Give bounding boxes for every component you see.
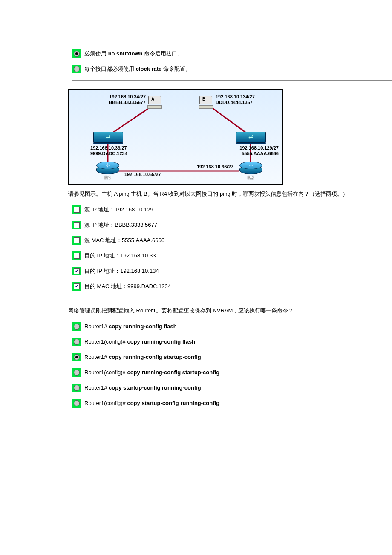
question-text: 请参见图示。主机 A ping 主机 B。当 R4 收到对以太网接口的 ping…	[68, 190, 383, 199]
q3-option[interactable]: 必须使用 no shutdown 命令启用接口。	[72, 49, 383, 58]
radio-icon	[72, 399, 81, 408]
q4-option[interactable]: ✔ 目的 IP 地址：192.168.10.134	[72, 267, 383, 275]
q5-option[interactable]: Router1(config)# copy startup-config run…	[72, 399, 383, 408]
divider	[72, 80, 392, 81]
q5-option[interactable]: Router1(config)# copy running-config sta…	[72, 368, 383, 377]
host-a-icon: A	[147, 96, 162, 108]
q4-option[interactable]: 源 MAC 地址：5555.AAAA.6666	[72, 236, 383, 245]
radio-icon	[72, 322, 81, 331]
q5-option[interactable]: Router1# copy running-config startup-con…	[72, 353, 383, 361]
q5-option[interactable]: Router1(config)# copy running-config fla…	[72, 338, 383, 346]
radio-icon	[72, 338, 81, 346]
checkbox-icon	[72, 236, 81, 245]
router-r5-icon: ✢R5	[239, 162, 262, 179]
option-text: 目的 IP 地址：192.168.10.33	[84, 251, 156, 260]
checkbox-icon: ✔	[72, 282, 81, 291]
option-text: 源 IP 地址：192.168.10.129	[84, 205, 153, 214]
radio-icon	[72, 65, 81, 73]
radio-icon	[72, 49, 81, 58]
host-b-icon: B	[199, 96, 213, 108]
option-text: 必须使用 no shutdown 命令启用接口。	[84, 49, 183, 58]
q4-option[interactable]: ✔ 目的 MAC 地址：9999.DADC.1234	[72, 282, 383, 291]
option-text: Router1# copy startup-config running-con…	[84, 384, 201, 392]
switch-left-icon	[93, 132, 123, 143]
option-text: Router1(config)# copy running-config sta…	[84, 368, 219, 377]
network-diagram: 192.168.10.34/27BBBB.3333.5677 A B 192.1…	[68, 89, 283, 185]
option-text: Router1# copy running-config startup-con…	[84, 353, 201, 361]
checkbox-icon	[72, 221, 81, 229]
checkbox-icon	[72, 205, 81, 214]
q4-option[interactable]: 目的 IP 地址：192.168.10.33	[72, 251, 383, 260]
option-text: 源 MAC 地址：5555.AAAA.6666	[84, 236, 164, 245]
radio-icon	[72, 353, 81, 361]
checkbox-icon	[72, 251, 81, 260]
q3-option[interactable]: 每个接口都必须使用 clock rate 命令配置。	[72, 65, 383, 73]
question-number: 5	[111, 306, 114, 313]
question-text: 网络管理员刚把新配置输入 Router1。要将配置更改保存到 NVRAM，应该执…	[68, 306, 383, 315]
radio-icon	[72, 384, 81, 392]
q4-option[interactable]: 源 IP 地址：192.168.10.129	[72, 205, 383, 214]
option-text: 目的 MAC 地址：9999.DADC.1234	[84, 282, 171, 291]
switch-right-icon	[236, 132, 266, 143]
checkbox-icon: ✔	[72, 267, 81, 275]
q5-option[interactable]: Router1# copy startup-config running-con…	[72, 384, 383, 392]
radio-icon	[72, 368, 81, 377]
q5-option[interactable]: Router1# copy running-config flash	[72, 322, 383, 331]
option-text: 目的 IP 地址：192.168.10.134	[84, 267, 159, 275]
option-text: Router1(config)# copy startup-config run…	[84, 399, 219, 408]
option-text: Router1(config)# copy running-config fla…	[84, 338, 195, 346]
divider	[72, 298, 392, 298]
q4-option[interactable]: 源 IP 地址：BBBB.3333.5677	[72, 221, 383, 229]
router-r4-icon: ✢R4	[96, 162, 118, 179]
option-text: 源 IP 地址：BBBB.3333.5677	[84, 221, 157, 229]
option-text: 每个接口都必须使用 clock rate 命令配置。	[84, 65, 191, 73]
option-text: Router1# copy running-config flash	[84, 322, 177, 331]
